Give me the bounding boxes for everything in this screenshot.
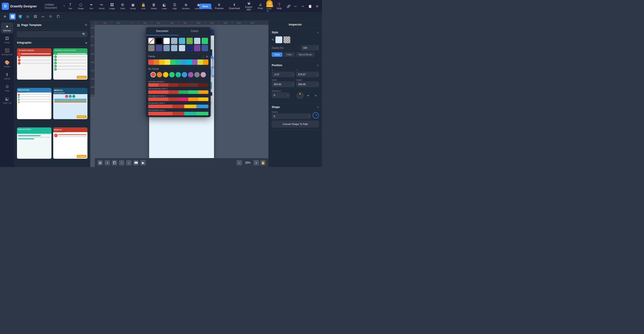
swatch-black[interactable] xyxy=(156,38,162,44)
my-swatch-8[interactable] xyxy=(194,72,200,77)
my-swatch-9[interactable] xyxy=(200,72,206,77)
zoom-out-btn[interactable]: − xyxy=(236,160,242,166)
template-item[interactable]: PRECAUTIONS MEDICATION A B C xyxy=(17,88,52,119)
video-btn[interactable]: ▶ xyxy=(140,160,146,166)
np-bar-3[interactable] xyxy=(148,98,208,101)
x-input[interactable]: -2.47 xyxy=(272,72,291,77)
rotation-down-arrow[interactable]: ▾ xyxy=(286,94,289,96)
zoom-fit-btn[interactable]: 🖐 xyxy=(260,160,266,166)
preview-button[interactable]: 🖥 Preview xyxy=(213,2,226,10)
copy-btn[interactable]: ⧠ xyxy=(55,14,61,20)
template-item[interactable]: PREGNANT WOMAN HEALTH TREATMENT xyxy=(17,128,52,159)
opacity-down-arrow[interactable]: ▾ xyxy=(316,47,319,49)
swatch-7[interactable] xyxy=(156,45,162,51)
sidebar-item-upload[interactable]: ⬆ Upload xyxy=(1,70,14,82)
fill-pattern-box[interactable] xyxy=(283,36,290,43)
swatch-transparent[interactable] xyxy=(148,38,154,44)
resize-btn[interactable]: ⇔ xyxy=(40,14,46,20)
next-page-btn[interactable]: ↓ xyxy=(126,160,132,166)
download-button[interactable]: ⬇ Download xyxy=(227,2,242,10)
grid-view-btn[interactable]: ⊞ xyxy=(98,160,103,166)
add-page-btn[interactable]: + xyxy=(105,160,110,166)
np-bar-1[interactable] xyxy=(148,83,208,87)
prev-page-btn[interactable]: ↑ xyxy=(119,160,124,166)
np-bar-4[interactable] xyxy=(148,105,208,108)
template-item[interactable]: MEDICAL INFOGRAPHIC + Premium xyxy=(53,88,88,119)
canvas-content[interactable]: INFOGRAPHIC Lorem ipsum dolor sit amet, … xyxy=(95,25,268,158)
fill-selector-btn[interactable]: ✎ xyxy=(272,38,274,42)
tool-pencil[interactable]: ✏ Pencil xyxy=(96,2,107,10)
flip-h-btn[interactable]: ⇄ xyxy=(305,92,311,98)
export-ani-button[interactable]: 📽 Export ANI xyxy=(244,1,254,12)
tab-filter[interactable]: Filter xyxy=(284,52,294,57)
opacity-input[interactable]: 100 xyxy=(301,46,316,50)
height-down-arrow[interactable]: ▾ xyxy=(316,83,319,86)
zoom-in-btn[interactable]: + xyxy=(254,160,259,166)
sidebar-item-image[interactable]: 🖼 Image xyxy=(1,34,14,46)
swatch-3[interactable] xyxy=(186,38,193,44)
swatch-4[interactable] xyxy=(194,38,200,44)
position-chevron-icon[interactable]: ∧ xyxy=(317,64,319,67)
undo-icon[interactable]: ↩ xyxy=(292,3,299,10)
tool-align[interactable]: ☰ Align xyxy=(170,2,180,10)
document-title[interactable]: Untitled Document ✎ xyxy=(45,3,65,10)
my-swatch-2[interactable] xyxy=(157,72,162,77)
sidebar-item-background[interactable]: ⬛ Background xyxy=(1,46,14,58)
select-tool-btn[interactable]: ⬜ xyxy=(10,14,16,20)
user-profile[interactable]: JX Prem. Justin Xu xyxy=(266,0,273,12)
save-button[interactable]: Save xyxy=(199,4,211,9)
book-view-btn[interactable]: 📖 xyxy=(133,160,139,166)
style-chevron-icon[interactable]: ∧ xyxy=(317,31,319,34)
swatch-11[interactable] xyxy=(186,45,193,51)
tool-text[interactable]: T Text xyxy=(65,2,75,10)
height-input[interactable]: 460.85 xyxy=(296,82,316,87)
copy-page-btn[interactable]: ⧠ xyxy=(112,160,117,166)
link-icon[interactable]: 🔗 xyxy=(285,3,292,10)
tab-blend-mode[interactable]: Blend Mode xyxy=(296,52,314,57)
image-replace-btn[interactable]: 🖼 xyxy=(32,14,38,20)
swatch-2[interactable] xyxy=(179,38,185,44)
sidebar-item-palette[interactable]: 🎨 Palette xyxy=(1,58,14,70)
flip-v-btn[interactable]: ⇅ xyxy=(312,92,319,98)
width-input[interactable]: 304.94 xyxy=(272,82,291,87)
np-bar-2[interactable] xyxy=(148,90,208,94)
sidebar-item-element[interactable]: ✦ Element xyxy=(1,22,14,34)
swatch-8[interactable] xyxy=(164,45,170,51)
rotation-dial[interactable] xyxy=(296,92,304,99)
tool-tools[interactable]: ⚙ Tools xyxy=(118,2,128,10)
template-item[interactable]: OF HEART DISEASE xyxy=(17,48,52,80)
my-swatch-4[interactable] xyxy=(169,72,175,77)
tool-pen[interactable]: ✒ Pen xyxy=(86,2,96,10)
move-tool-btn[interactable]: ✥ xyxy=(2,14,8,20)
swatch-6[interactable] xyxy=(148,45,154,51)
palette-main-bar[interactable] xyxy=(148,60,208,65)
edit-title-icon[interactable]: ✎ xyxy=(63,5,65,8)
tab-colors[interactable]: Colors xyxy=(178,27,211,35)
template-item[interactable]: MEDICAL INFOGRAPHIC + Premium xyxy=(53,128,88,159)
tool-delete[interactable]: 🗑 Delete xyxy=(149,2,159,10)
my-swatch-5[interactable] xyxy=(176,72,181,77)
tool-lock[interactable]: 🔒 Lock xyxy=(138,2,148,10)
width-down-arrow[interactable]: ▾ xyxy=(291,83,294,86)
paintbucket-btn[interactable]: 🪣 xyxy=(17,14,23,20)
my-swatch-3[interactable] xyxy=(163,72,168,77)
convert-shape-btn[interactable]: Convert Shape To Path xyxy=(272,121,319,128)
radius-down-arrow[interactable]: ▾ xyxy=(308,115,310,118)
swatch-13[interactable] xyxy=(202,45,208,51)
palette-edit-btn[interactable]: ⋮ xyxy=(202,55,205,58)
tool-group[interactable]: ▣ Group xyxy=(128,2,138,10)
align-distribute-btn[interactable]: ⊟ xyxy=(24,14,31,20)
tool-image[interactable]: 🖼 Image xyxy=(107,2,117,10)
tool-layer[interactable]: ⬕ Layer xyxy=(160,2,169,10)
swatch-1[interactable] xyxy=(171,38,177,44)
x-down-arrow[interactable]: ▾ xyxy=(291,73,294,76)
rotation-input[interactable]: 0 xyxy=(272,93,286,98)
palette-pencil-btn[interactable]: ✎ xyxy=(206,55,208,58)
print-button[interactable]: 🖨 Print xyxy=(256,2,265,10)
search-input[interactable] xyxy=(17,31,88,37)
fill-color-box[interactable] xyxy=(275,36,282,43)
swatch-9[interactable] xyxy=(171,45,177,51)
y-down-arrow[interactable]: ▾ xyxy=(316,73,319,76)
swatch-5[interactable] xyxy=(202,38,208,44)
swatch-10[interactable] xyxy=(179,45,185,51)
